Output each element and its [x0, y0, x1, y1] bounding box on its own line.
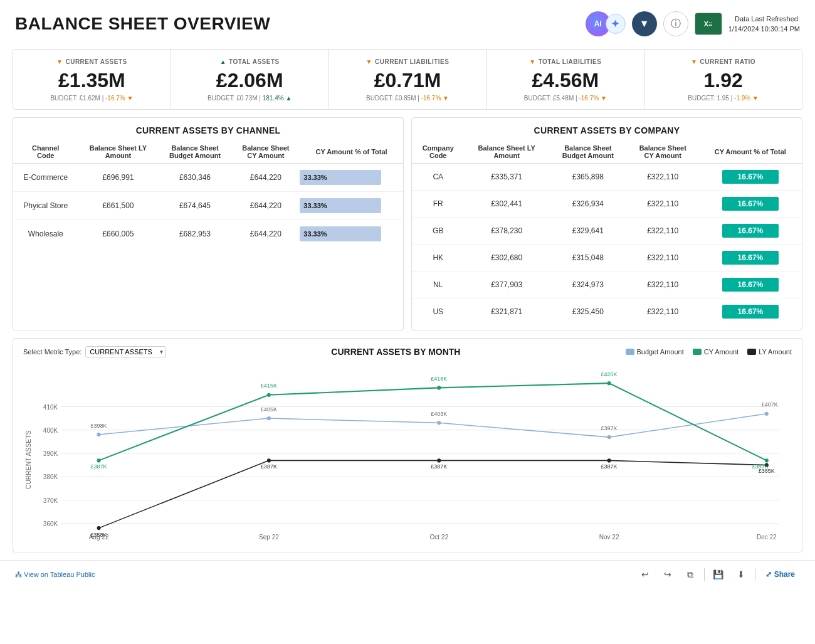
- kpi-total-liabilities: ▼ TOTAL LIABILITIES £4.56M BUDGET: £5.48…: [486, 50, 644, 109]
- chart-section: Select Metric Type: CURRENT ASSETS CURRE…: [13, 338, 802, 552]
- share-icon: ⤢: [765, 570, 772, 579]
- channel-pct: 33.33%: [300, 164, 403, 192]
- company-cy: £322,110: [627, 164, 699, 191]
- info-btn[interactable]: ⓘ: [663, 11, 688, 36]
- col-company-pct: CY Amount % of Total: [699, 140, 802, 164]
- channel-cy: £644,220: [231, 164, 300, 192]
- channel-ly: £696,991: [78, 164, 158, 192]
- cy-label-oct: £418K: [431, 376, 448, 382]
- kpi5-value: 1.92: [655, 69, 792, 92]
- undo-btn[interactable]: ↩: [636, 566, 654, 583]
- kpi1-label: CURRENT ASSETS: [65, 58, 127, 65]
- company-budget: £325,450: [549, 298, 627, 325]
- budget-line: [99, 414, 767, 437]
- metric-selector: Select Metric Type: CURRENT ASSETS: [23, 346, 166, 357]
- download-btn[interactable]: ⬇: [732, 566, 750, 583]
- channel-row: Phyical Store £661,500 £674,645 £644,220…: [13, 192, 403, 220]
- cy-dot-nov: [607, 381, 611, 385]
- kpi4-value: £4.56M: [497, 69, 634, 92]
- chart-title: CURRENT ASSETS BY MONTH: [166, 347, 625, 357]
- metric-label: Select Metric Type:: [23, 348, 82, 356]
- col-company-budget: Balance SheetBudget Amount: [549, 140, 627, 164]
- channel-pct: 33.33%: [300, 192, 403, 220]
- cy-dot-sep: [267, 393, 271, 397]
- kpi3-label: CURRENT LIABILITIES: [375, 58, 449, 65]
- chart-legend: Budget Amount CY Amount LY Amount: [626, 348, 792, 356]
- page-title: BALANCE SHEET OVERVIEW: [15, 14, 270, 34]
- col-channel: ChannelCode: [13, 140, 78, 164]
- svg-text:380K: 380K: [43, 473, 58, 480]
- company-cy: £322,110: [627, 191, 699, 218]
- save-btn[interactable]: 💾: [710, 566, 727, 583]
- budget-dot-aug: [97, 433, 101, 436]
- kpi4-change: -16.7% ▼: [579, 95, 606, 102]
- company-section: CURRENT ASSETS BY COMPANY CompanyCode Ba…: [411, 117, 802, 330]
- svg-text:400K: 400K: [43, 427, 58, 434]
- kpi2-value: £2.06M: [181, 69, 318, 92]
- col-cy: Balance SheetCY Amount: [231, 140, 300, 164]
- kpi3-trend-icon: ▼: [366, 58, 372, 65]
- kpi3-value: £0.71M: [339, 69, 476, 92]
- budget-label-sep: £405K: [261, 406, 278, 413]
- company-budget: £329,641: [549, 218, 627, 245]
- company-budget: £315,048: [549, 245, 627, 272]
- ai-plus-btn[interactable]: ✦: [606, 14, 626, 34]
- ly-dot-aug: [97, 526, 101, 530]
- kpi4-budget: BUDGET: £5.48M |: [524, 95, 579, 102]
- channel-section: CURRENT ASSETS BY CHANNEL ChannelCode Ba…: [13, 117, 404, 330]
- legend-ly-label: LY Amount: [759, 348, 792, 356]
- footer-left: ⁂ View on Tableau Public: [15, 571, 95, 579]
- tableau-link[interactable]: ⁂ View on Tableau Public: [15, 571, 95, 579]
- header: BALANCE SHEET OVERVIEW AI ✦ ▼ ⓘ X≡ Data …: [0, 0, 815, 44]
- budget-dot-oct: [437, 421, 441, 425]
- legend-cy-label: CY Amount: [704, 348, 739, 356]
- legend-budget-label: Budget Amount: [637, 348, 684, 356]
- footer-right: ↩ ↪ ⧉ 💾 ⬇ ⤢ Share: [636, 566, 800, 583]
- budget-dot-sep: [267, 416, 271, 420]
- company-pct: 16.67%: [699, 298, 802, 325]
- kpi3-change: -16.7% ▼: [421, 95, 449, 102]
- filter-btn[interactable]: ▼: [632, 11, 657, 36]
- company-row: FR £302,441 £326,934 £322,110 16.67%: [412, 191, 802, 218]
- svg-text:360K: 360K: [43, 520, 58, 527]
- company-row: CA £335,371 £365,898 £322,110 16.67%: [412, 164, 802, 191]
- kpi-total-assets: ▲ TOTAL ASSETS £2.06M BUDGET: £0.73M | 1…: [171, 50, 329, 109]
- kpi4-label: TOTAL LIABILITIES: [539, 58, 602, 65]
- duplicate-btn[interactable]: ⧉: [681, 566, 699, 583]
- y-axis-label: CURRENT ASSETS: [25, 430, 32, 489]
- company-ly: £377,903: [464, 272, 549, 298]
- ly-label-oct: £387K: [431, 463, 448, 470]
- channel-cy: £644,220: [231, 220, 300, 248]
- channel-ly: £660,005: [78, 220, 158, 248]
- legend-ly: LY Amount: [747, 348, 792, 356]
- share-btn[interactable]: ⤢ Share: [760, 567, 800, 581]
- redo-btn[interactable]: ↪: [659, 566, 676, 583]
- kpi2-label: TOTAL ASSETS: [229, 58, 280, 65]
- company-pct: 16.67%: [699, 191, 802, 218]
- company-row: US £321,871 £325,450 £322,110 16.67%: [412, 298, 802, 325]
- channel-table: ChannelCode Balance Sheet LYAmount Balan…: [13, 140, 403, 248]
- kpi-row: ▼ CURRENT ASSETS £1.35M BUDGET: £1.62M |…: [13, 49, 802, 110]
- tables-row: CURRENT ASSETS BY CHANNEL ChannelCode Ba…: [13, 117, 802, 330]
- chart-area: CURRENT ASSETS 360K 370K 380K 390K 400K …: [23, 362, 792, 544]
- metric-select[interactable]: CURRENT ASSETS: [85, 346, 166, 357]
- legend-cy-color: [693, 349, 702, 355]
- footer-divider: [704, 568, 705, 581]
- channel-pct: 33.33%: [300, 220, 403, 248]
- kpi1-budget: BUDGET: £1.62M |: [50, 95, 105, 102]
- excel-btn[interactable]: X≡: [695, 13, 722, 35]
- budget-dot-nov: [607, 435, 611, 439]
- x-label-oct: Oct 22: [429, 534, 448, 541]
- cy-line: [99, 383, 767, 460]
- company-row: NL £377,903 £324,973 £322,110 16.67%: [412, 272, 802, 298]
- company-pct: 16.67%: [699, 164, 802, 191]
- ly-label-sep: £387K: [261, 463, 278, 470]
- kpi5-budget: BUDGET: 1.95 |: [688, 95, 734, 102]
- ly-label-nov: £387K: [601, 463, 618, 470]
- footer-divider2: [755, 568, 755, 581]
- company-code: GB: [412, 218, 464, 245]
- company-cy: £322,110: [627, 218, 699, 245]
- header-controls: AI ✦ ▼ ⓘ X≡ Data Last Refreshed: 1/14/20…: [586, 11, 800, 36]
- kpi1-change: -16.7% ▼: [105, 95, 133, 102]
- kpi5-label: CURRENT RATIO: [700, 58, 756, 65]
